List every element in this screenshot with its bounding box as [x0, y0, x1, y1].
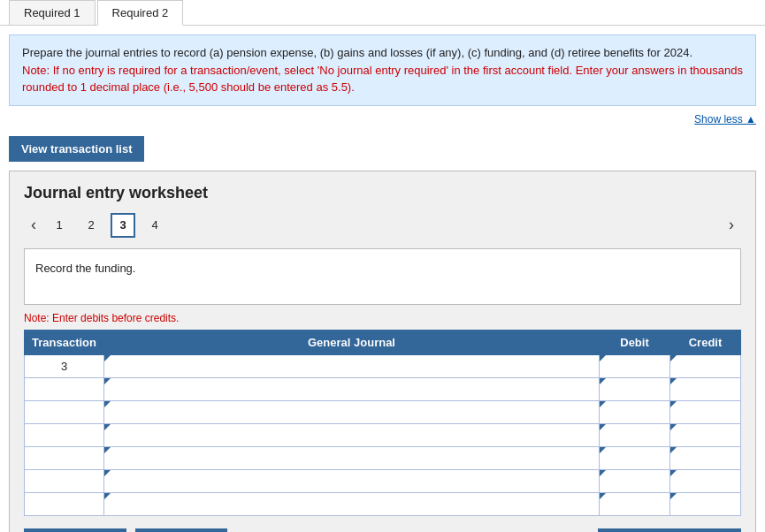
transaction-cell: [25, 492, 104, 515]
pagination-prev[interactable]: ‹: [24, 214, 43, 236]
journal-table: Transaction General Journal Debit Credit…: [24, 330, 741, 516]
general-journal-input[interactable]: [104, 470, 599, 492]
col-general-journal: General Journal: [104, 330, 600, 354]
transaction-cell: [25, 377, 104, 400]
table-row: [25, 423, 741, 446]
credit-input[interactable]: [670, 378, 740, 400]
credit-cell[interactable]: [670, 469, 741, 492]
page-1[interactable]: 1: [47, 213, 72, 238]
description-text: Record the funding.: [35, 262, 135, 275]
instructions-box: Prepare the journal entries to record (a…: [9, 34, 756, 106]
tab-required-1[interactable]: Required 1: [9, 0, 96, 25]
tab-bar: Required 1 Required 2: [0, 0, 765, 26]
page-2[interactable]: 2: [79, 213, 103, 238]
general-journal-cell[interactable]: [104, 377, 600, 400]
transaction-cell: 3: [25, 354, 104, 377]
general-journal-input[interactable]: [104, 493, 599, 515]
col-debit: Debit: [600, 330, 670, 354]
tab-required-2[interactable]: Required 2: [97, 0, 184, 26]
table-row: [25, 446, 741, 469]
col-transaction: Transaction: [25, 330, 104, 354]
credit-cell[interactable]: [670, 377, 741, 400]
credit-input[interactable]: [670, 401, 740, 423]
debit-input[interactable]: [600, 470, 669, 492]
credit-input[interactable]: [670, 424, 740, 446]
worksheet-container: Journal entry worksheet ‹ 1 2 3 4 › Reco…: [9, 171, 756, 533]
debit-input[interactable]: [600, 401, 669, 423]
general-journal-cell[interactable]: [104, 354, 600, 377]
debit-cell[interactable]: [600, 400, 670, 423]
general-journal-cell[interactable]: [104, 469, 600, 492]
general-journal-input[interactable]: [104, 424, 599, 446]
credit-cell[interactable]: [670, 354, 741, 377]
record-entry-button[interactable]: Record entry: [24, 528, 126, 533]
table-row: 3: [25, 354, 741, 377]
col-credit: Credit: [670, 330, 741, 354]
general-journal-input[interactable]: [104, 378, 599, 400]
transaction-cell: [25, 446, 104, 469]
debit-input[interactable]: [600, 378, 669, 400]
general-journal-cell[interactable]: [104, 423, 600, 446]
pagination-next[interactable]: ›: [722, 214, 741, 236]
table-row: [25, 377, 741, 400]
general-journal-cell[interactable]: [104, 492, 600, 515]
description-box: Record the funding.: [24, 248, 741, 305]
general-journal-cell[interactable]: [104, 446, 600, 469]
transaction-cell: [25, 423, 104, 446]
debit-cell[interactable]: [600, 446, 670, 469]
pagination: ‹ 1 2 3 4 ›: [24, 213, 741, 238]
page-3[interactable]: 3: [111, 213, 135, 238]
debit-cell[interactable]: [600, 469, 670, 492]
credit-cell[interactable]: [670, 423, 741, 446]
page-4[interactable]: 4: [142, 213, 167, 238]
debit-cell[interactable]: [600, 492, 670, 515]
debit-cell[interactable]: [600, 377, 670, 400]
table-row: [25, 492, 741, 515]
note-text: Note: Enter debits before credits.: [24, 312, 741, 324]
debit-input[interactable]: [600, 355, 669, 377]
instructions-note: Note: If no entry is required for a tran…: [22, 64, 743, 95]
debit-cell[interactable]: [600, 423, 670, 446]
view-transaction-button[interactable]: View transaction list: [9, 136, 144, 162]
credit-input[interactable]: [670, 355, 740, 377]
credit-cell[interactable]: [670, 446, 741, 469]
debit-input[interactable]: [600, 424, 669, 446]
general-journal-input[interactable]: [104, 401, 599, 423]
credit-input[interactable]: [670, 493, 740, 515]
credit-cell[interactable]: [670, 400, 741, 423]
worksheet-title: Journal entry worksheet: [24, 184, 741, 202]
show-less-link[interactable]: Show less ▲: [0, 111, 765, 131]
credit-cell[interactable]: [670, 492, 741, 515]
credit-input[interactable]: [670, 447, 740, 469]
general-journal-input[interactable]: [104, 447, 599, 469]
table-row: [25, 400, 741, 423]
instructions-main: Prepare the journal entries to record (a…: [22, 46, 692, 59]
debit-cell[interactable]: [600, 354, 670, 377]
bottom-buttons: Record entry Clear entry View general jo…: [24, 528, 741, 533]
general-journal-input[interactable]: [104, 355, 599, 377]
transaction-cell: [25, 400, 104, 423]
table-row: [25, 469, 741, 492]
general-journal-cell[interactable]: [104, 400, 600, 423]
transaction-cell: [25, 469, 104, 492]
debit-input[interactable]: [600, 447, 669, 469]
view-general-journal-button[interactable]: View general journal: [598, 528, 741, 533]
clear-entry-button[interactable]: Clear entry: [135, 528, 227, 533]
credit-input[interactable]: [670, 470, 740, 492]
debit-input[interactable]: [600, 493, 669, 515]
